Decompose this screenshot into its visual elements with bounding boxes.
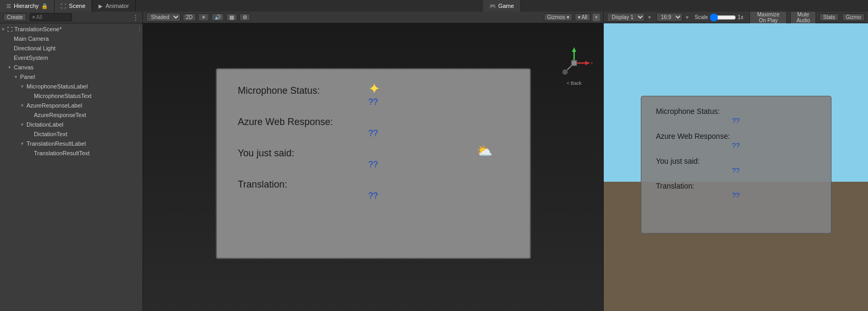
tab-animator-label: Animator bbox=[105, 3, 129, 9]
lighting-button[interactable]: ☀ bbox=[198, 13, 209, 21]
hierarchy-menu-icon[interactable]: ⋮ bbox=[132, 13, 139, 22]
game-translation-value: ?? bbox=[656, 191, 816, 199]
game-dictation-label: You just said: bbox=[656, 156, 816, 165]
scale-control: Scale 1x bbox=[695, 13, 744, 22]
tree-item-mic-text[interactable]: MicrophoneStatusText bbox=[0, 91, 142, 101]
main-content: Create ⋮ ▼ ⛶ TranslationScene* ⋮ Main Ca… bbox=[0, 12, 868, 311]
scene-dictation-value: ?? bbox=[238, 159, 508, 169]
translation-result-label-node: TranslationResultLabel bbox=[26, 140, 86, 147]
tree-item-dictation-text[interactable]: DictationText bbox=[0, 129, 142, 139]
scene-azure-label: Azure Web Response: bbox=[238, 116, 508, 127]
game-azure-label: Azure Web Response: bbox=[656, 131, 816, 140]
directional-light-label: Directional Light bbox=[14, 45, 56, 51]
aspect-select[interactable]: 16:9 bbox=[656, 13, 683, 22]
mic-status-text-node: MicrophoneStatusText bbox=[34, 93, 92, 99]
scene-toolbar: Shaded 2D ☀ 🔊 ▦ ⚙ Gizmos ▾ ▾ All × bbox=[143, 12, 603, 23]
event-system-label: EventSystem bbox=[14, 55, 48, 61]
mic-status-label-node: MicrophoneStatusLabel bbox=[26, 83, 88, 90]
search-all-button[interactable]: ▾ All bbox=[575, 13, 590, 21]
svg-marker-3 bbox=[585, 61, 590, 65]
top-tab-bar: ☰ Hierarchy 🔒 ⛶ Scene ▶ Animator 🎮 Game bbox=[0, 0, 868, 12]
display-select[interactable]: Display 1 bbox=[607, 13, 645, 22]
tree-item-canvas[interactable]: ▼ Canvas bbox=[0, 63, 142, 72]
scale-value: 1x bbox=[738, 14, 744, 20]
translation-label-arrow: ▼ bbox=[20, 141, 25, 146]
game-translation-label: Translation: bbox=[656, 181, 816, 190]
canvas-label: Canvas bbox=[14, 64, 33, 70]
svg-marker-1 bbox=[572, 47, 576, 52]
mode-2d-button[interactable]: 2D bbox=[183, 13, 196, 21]
tab-hierarchy[interactable]: ☰ Hierarchy 🔒 bbox=[0, 0, 55, 12]
main-camera-label: Main Camera bbox=[14, 35, 49, 42]
tree-item-translation-label[interactable]: ▼ TranslationResultLabel bbox=[0, 139, 142, 148]
sun-icon: ✦ bbox=[368, 79, 380, 97]
tree-item-panel[interactable]: ▼ Panel bbox=[0, 72, 142, 82]
create-button[interactable]: Create bbox=[3, 13, 26, 21]
tab-animator[interactable]: ▶ Animator bbox=[92, 0, 136, 12]
tree-item-azure-text[interactable]: AzureResponseText bbox=[0, 110, 142, 120]
translation-result-text-node: TranslationResultText bbox=[34, 150, 90, 156]
scene-background: × < Back ✦ Microphone Status: ?? bbox=[143, 23, 603, 311]
audio-button[interactable]: 🔊 bbox=[211, 13, 224, 21]
scale-label: Scale bbox=[695, 14, 708, 20]
game-icon: 🎮 bbox=[489, 3, 496, 9]
scene-translation-label: Translation: bbox=[238, 179, 508, 190]
back-label: < Back bbox=[567, 81, 581, 86]
effects-button[interactable]: ▦ bbox=[226, 13, 237, 21]
tab-hierarchy-label: Hierarchy bbox=[14, 3, 39, 9]
camera-button[interactable]: ⚙ bbox=[239, 13, 250, 21]
tree-item-event-system[interactable]: EventSystem bbox=[0, 53, 142, 63]
tree-item-main-camera[interactable]: Main Camera bbox=[0, 34, 142, 43]
tree-item-scene-root[interactable]: ▼ ⛶ TranslationScene* ⋮ bbox=[0, 24, 142, 34]
game-toolbar: Display 1 ▼ 16:9 ▼ Scale 1x Maximize On … bbox=[604, 12, 868, 23]
center-panels: Shaded 2D ☀ 🔊 ▦ ⚙ Gizmos ▾ ▾ All × bbox=[143, 12, 603, 311]
scene-dictation-label: You just said: bbox=[238, 147, 508, 158]
game-view: Microphone Status: ?? Azure Web Response… bbox=[604, 23, 868, 311]
canvas-arrow: ▼ bbox=[7, 65, 13, 70]
hierarchy-search[interactable] bbox=[30, 13, 72, 21]
game-ui-panel: Microphone Status: ?? Azure Web Response… bbox=[641, 95, 831, 233]
azure-label-arrow: ▼ bbox=[20, 103, 25, 108]
dictation-text-node: DictationText bbox=[34, 131, 67, 137]
scene-arrow-icon: ▼ bbox=[1, 27, 6, 32]
tree-item-mic-label[interactable]: ▼ MicrophoneStatusLabel bbox=[0, 82, 142, 91]
gizmo-widget[interactable]: × < Back bbox=[556, 45, 593, 82]
scene-options-icon: ⋮ bbox=[137, 26, 142, 33]
dictation-label-arrow: ▼ bbox=[20, 122, 25, 127]
scene-view: × < Back ✦ Microphone Status: ?? bbox=[143, 23, 603, 311]
gizmos-game-button[interactable]: Gizmo bbox=[842, 13, 865, 21]
scale-slider[interactable] bbox=[710, 13, 736, 22]
maximize-on-play-button[interactable]: Maximize On Play bbox=[749, 12, 787, 24]
game-dictation-value: ?? bbox=[656, 166, 816, 174]
tab-scene[interactable]: ⛶ Scene bbox=[55, 0, 92, 12]
scene-root-icon: ⛶ bbox=[7, 26, 13, 32]
scene-ui-panel: ✦ Microphone Status: ?? Azure Web Respon… bbox=[216, 68, 531, 259]
stats-button[interactable]: Stats bbox=[819, 13, 839, 21]
tree-item-dictation-label[interactable]: ▼ DictationLabel bbox=[0, 120, 142, 129]
hierarchy-panel: Create ⋮ ▼ ⛶ TranslationScene* ⋮ Main Ca… bbox=[0, 12, 143, 311]
dictation-label-node: DictationLabel bbox=[26, 121, 64, 128]
mic-label-arrow: ▼ bbox=[20, 84, 25, 89]
animator-icon: ▶ bbox=[99, 3, 103, 9]
hierarchy-tree: ▼ ⛶ TranslationScene* ⋮ Main Camera Dire… bbox=[0, 23, 142, 311]
scene-panel-icon: ⛶ bbox=[61, 3, 66, 9]
display-arrow-icon: ▼ bbox=[647, 15, 652, 20]
hierarchy-icon: ☰ bbox=[6, 3, 11, 9]
hierarchy-toolbar: Create ⋮ bbox=[0, 12, 142, 23]
mute-audio-button[interactable]: Mute Audio bbox=[790, 12, 816, 24]
tree-item-translation-text[interactable]: TranslationResultText bbox=[0, 148, 142, 158]
scene-root-label: TranslationScene* bbox=[14, 26, 61, 32]
shading-select[interactable]: Shaded bbox=[146, 13, 181, 22]
game-panel: Display 1 ▼ 16:9 ▼ Scale 1x Maximize On … bbox=[603, 12, 868, 311]
scene-azure-value: ?? bbox=[238, 128, 508, 138]
scene-translation-value: ?? bbox=[238, 191, 508, 200]
scene-close-button[interactable]: × bbox=[593, 14, 600, 21]
cloud-icon: ⛅ bbox=[477, 143, 493, 158]
tree-item-directional-light[interactable]: Directional Light bbox=[0, 43, 142, 53]
gizmos-button[interactable]: Gizmos ▾ bbox=[544, 13, 572, 21]
azure-response-label-node: AzureResponseLabel bbox=[26, 102, 82, 109]
tree-item-azure-label[interactable]: ▼ AzureResponseLabel bbox=[0, 101, 142, 110]
svg-point-6 bbox=[562, 69, 568, 75]
game-mic-status-value: ?? bbox=[656, 116, 816, 124]
tab-game[interactable]: 🎮 Game bbox=[483, 0, 521, 12]
